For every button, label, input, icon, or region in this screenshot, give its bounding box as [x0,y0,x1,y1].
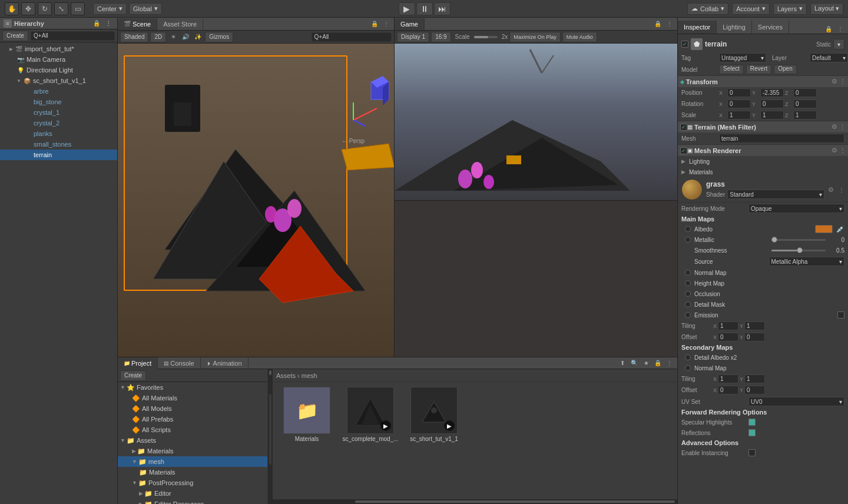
game-tab[interactable]: Game [395,18,425,30]
tree-postprocessing[interactable]: ▼ 📁 PostProcessing [118,478,267,488]
project-search-icon[interactable]: 🔍 [629,359,640,368]
game-lock-icon[interactable]: 🔒 [652,19,663,29]
emission-checkbox[interactable] [837,311,844,319]
scene-content[interactable]: ← Persp [118,44,394,357]
detail-radio[interactable] [685,301,691,307]
project-import-icon[interactable]: ⬆ [617,359,628,368]
sy-val[interactable]: 1 [760,111,784,120]
open-btn[interactable]: Open [774,65,796,74]
reflections-checkbox[interactable] [748,429,756,436]
meshrenderer-options-icon[interactable]: ⋮ [840,147,846,154]
fav-scripts[interactable]: 🔶 All Scripts [118,425,267,435]
asset-sc-complete[interactable]: ▶ sc_complete_mod_... [341,387,400,442]
normal-radio[interactable] [685,270,691,276]
hierarchy-item-crystal2[interactable]: crystal_2 [0,118,117,128]
scene-tab[interactable]: 🎬 Scene [118,18,157,30]
select-btn[interactable]: Select [719,65,744,74]
occlusion-radio[interactable] [685,291,691,297]
instancing-checkbox[interactable] [748,449,756,456]
tree-editor-resources[interactable]: ▶ 📁 Editor Resources [118,499,267,504]
hierarchy-search[interactable] [31,31,115,41]
hand-tool-btn[interactable]: ✋ [5,2,19,15]
tag-dropdown[interactable]: Untagged ▾ [719,53,766,62]
normal2-radio[interactable] [685,365,691,371]
layers-dropdown[interactable]: Layers ▾ [773,3,807,15]
play-btn[interactable]: ▶ [399,2,415,15]
meshrenderer-active[interactable] [680,147,687,154]
rx-val[interactable]: 0 [727,100,751,108]
fav-prefabs[interactable]: 🔶 All Prefabs [118,414,267,425]
transform-header[interactable]: ◆ Transform ⚙ ⋮ [678,75,848,87]
play-overlay-2[interactable]: ▶ [444,420,455,431]
display-btn[interactable]: Display 1 [397,32,429,42]
meshrenderer-header[interactable]: ▣ Mesh Renderer ⚙ ⋮ [678,144,848,156]
fav-models[interactable]: 🔶 All Models [118,403,267,414]
inspector-lock-icon[interactable]: 🔒 [823,24,834,34]
px-val[interactable]: 0 [727,88,751,97]
tree-materials[interactable]: ▶ 📁 Materials [118,446,267,456]
inspector-tab-main[interactable]: Inspector [678,21,717,34]
play-overlay-1[interactable]: ▶ [380,420,391,431]
scene-menu-icon[interactable]: ⋮ [381,19,392,29]
meshfilter-active[interactable] [680,124,687,131]
console-tab[interactable]: ▤ Console [158,357,200,369]
sz-val[interactable]: 1 [793,111,817,120]
collab-dropdown[interactable]: ☁ Collab ▾ [687,3,728,15]
audio-icon[interactable]: 🔊 [180,32,191,42]
pause-btn[interactable]: ⏸ [416,2,433,15]
offset-x-val[interactable]: 0 [718,333,738,341]
tree-mesh-materials[interactable]: 📁 Materials [118,467,267,478]
animation-tab[interactable]: ⏵ Animation [201,357,249,369]
scene-lock-icon[interactable]: 🔒 [369,19,380,29]
hierarchy-item-light[interactable]: 💡 Directional Light [0,65,117,75]
hierarchy-item-planks[interactable]: planks [0,128,117,139]
hierarchy-item-smallstones[interactable]: small_stones [0,139,117,150]
hierarchy-item-bigstone[interactable]: big_stone [0,97,117,107]
rect-tool-btn[interactable]: ▭ [71,2,85,15]
project-create-btn[interactable]: Create [120,370,146,381]
game-menu-icon[interactable]: ⋮ [664,19,675,29]
shaded-btn[interactable]: Shaded [120,32,148,42]
revert-btn[interactable]: Revert [746,65,771,74]
specular-checkbox[interactable] [748,419,756,426]
hierarchy-menu-icon[interactable]: ⋮ [103,19,114,28]
project-menu-icon[interactable]: ⋮ [664,359,675,368]
step-btn[interactable]: ⏭ [434,2,450,15]
mesh-value[interactable]: terrain [719,134,844,143]
source-dropdown[interactable]: Metallic Alpha ▾ [769,257,845,266]
inspector-tab-services[interactable]: Services [752,21,789,34]
meshfilter-gear-icon[interactable]: ⚙ [832,123,837,131]
hierarchy-item-camera[interactable]: 📷 Main Camera [0,54,117,65]
meshfilter-options-icon[interactable]: ⋮ [840,124,846,130]
material-options-icon[interactable]: ⋮ [839,187,844,193]
layout-dropdown[interactable]: Layout ▾ [810,3,843,15]
asset-materials-folder[interactable]: 📁 Materials [277,387,336,442]
sun-icon[interactable]: ☀ [168,32,178,42]
tree-editor[interactable]: ▶ 📁 Editor [118,488,267,499]
hierarchy-item-arbre[interactable]: arbre [0,86,117,97]
meshfilter-header[interactable]: ▦ Terrain (Mesh Filter) ⚙ ⋮ [678,121,848,132]
offset2-y-val[interactable]: 0 [744,386,765,394]
py-val[interactable]: -2.355 [760,88,784,97]
2d-btn[interactable]: 2D [150,32,166,42]
hierarchy-item-terrain[interactable]: terrain [0,150,117,160]
inspector-tab-lighting[interactable]: Lighting [717,21,752,34]
project-star-icon[interactable]: ★ [641,359,651,368]
height-radio[interactable] [685,280,691,286]
detail-albedo-radio[interactable] [685,354,691,360]
eyedropper-icon[interactable]: 💉 [836,225,844,233]
rotate-tool-btn[interactable]: ↻ [38,2,52,15]
asset-sc-short[interactable]: ▶ sc_short_tut_v1_1 [405,387,463,442]
hierarchy-create-btn[interactable]: Create [2,31,28,41]
metallic-radio[interactable] [685,237,691,243]
ry-val[interactable]: 0 [760,100,784,108]
fav-materials[interactable]: 🔶 All Materials [118,393,267,403]
scene-search[interactable] [312,32,392,42]
rendering-mode-dropdown[interactable]: Opaque ▾ [748,204,844,213]
aspect-btn[interactable]: 16:9 [431,32,450,42]
tree-mesh[interactable]: ▼ 📁 mesh [118,456,267,467]
inspector-menu-icon[interactable]: ⋮ [835,24,846,34]
tiling-x-val[interactable]: 1 [718,321,738,330]
game-content[interactable] [395,44,677,200]
transform-options-icon[interactable]: ⋮ [840,78,846,85]
